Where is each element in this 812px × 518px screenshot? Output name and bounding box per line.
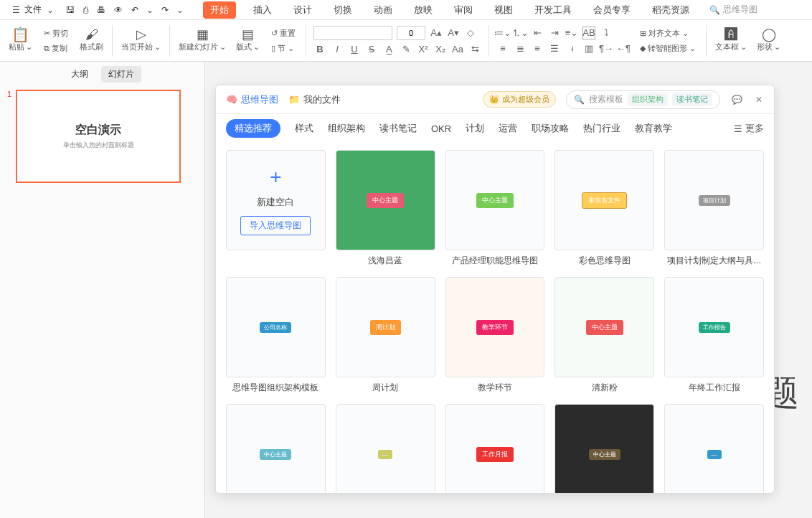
tab-mindmap[interactable]: 🧠 思维导图 [226,93,278,106]
cat-org[interactable]: 组织架构 [328,122,365,135]
indent-inc-icon[interactable]: ⇥ [548,27,561,39]
new-blank-thumb[interactable]: + 新建空白 导入思维导图 [226,150,326,250]
chevron-down-icon[interactable]: ⌄ [174,4,186,16]
reset-button[interactable]: ↺ 重置 [268,27,298,40]
tab-resources[interactable]: 稻壳资源 [648,1,694,19]
ltr-icon[interactable]: ¶→ [600,42,613,55]
tab-animation[interactable]: 动画 [369,1,397,19]
quick-tag-org[interactable]: 组织架构 [628,93,668,106]
text-direction-icon[interactable]: ⤵ [600,27,613,39]
top-search[interactable]: 🔍 思维导图 [709,4,757,16]
template-card[interactable]: 中心主题 浅海昌蓝 [336,150,435,267]
align-left-icon[interactable]: ≡ [496,42,509,55]
file-menu[interactable]: ☰ 文件 ⌄ [6,2,60,17]
font-size-select[interactable] [397,26,425,40]
view-slides-tab[interactable]: 幻灯片 [101,66,141,83]
template-card[interactable]: 中心主题 [226,404,326,493]
tab-vip[interactable]: 会员专享 [589,1,635,19]
template-card[interactable]: — [664,404,764,493]
import-mindmap-button[interactable]: 导入思维导图 [240,216,311,235]
chevron-down-icon[interactable]: ⌄ [144,4,156,16]
close-icon[interactable]: ✕ [754,93,764,106]
print-icon[interactable]: 🖶 [94,2,108,18]
numbering-icon[interactable]: ⒈⌄ [514,27,527,39]
cat-plan[interactable]: 计划 [466,122,484,135]
highlight-icon[interactable]: ✎ [400,43,412,56]
cat-ops[interactable]: 运营 [499,122,517,135]
textbox-group[interactable]: 🅰 文本框 ⌄ [711,22,751,60]
template-card[interactable]: 周计划 周计划 [336,277,435,394]
template-card[interactable]: — [336,404,435,493]
bullets-icon[interactable]: ≔⌄ [496,27,509,39]
tab-insert[interactable]: 插入 [249,1,276,19]
save-icon[interactable]: 🖫 [63,2,77,18]
strike-icon[interactable]: S̶ [365,43,378,56]
template-card[interactable]: 公司名称 思维导图组织架构模板 [226,277,326,394]
rtl-icon[interactable]: ←¶ [617,42,630,55]
italic-icon[interactable]: I [331,43,344,56]
increase-font-icon[interactable]: A▴ [430,27,443,39]
underline-icon[interactable]: U [348,43,361,56]
cat-edu[interactable]: 教育教学 [635,122,672,135]
copy-button[interactable]: ⧉ 复制 [41,42,71,55]
template-card[interactable]: 中心主题 清新粉 [554,277,654,394]
cat-industry[interactable]: 热门行业 [583,122,620,135]
tab-transition[interactable]: 切换 [329,1,357,19]
tab-myfiles[interactable]: 📁 我的文件 [288,93,341,106]
cut-button[interactable]: ✂ 剪切 [41,27,71,40]
preview-icon[interactable]: 👁 [111,2,126,18]
decrease-font-icon[interactable]: A▾ [447,27,460,39]
indent-dec-icon[interactable]: ⇤ [531,27,544,39]
columns-icon[interactable]: ▥ [582,42,595,55]
template-card[interactable]: 工作报告 年终工作汇报 [664,277,764,394]
tab-design[interactable]: 设计 [289,1,316,19]
template-card[interactable]: 项目计划 项目计划制定大纲与具… [664,150,764,267]
more-categories[interactable]: ☰ 更多 [734,122,764,135]
font-family-select[interactable] [313,26,392,40]
shape-group[interactable]: ◯ 形状 ⌄ [752,22,785,60]
undo-icon[interactable]: ↶ [128,2,141,18]
from-current-group[interactable]: ▷ 当页开始 ⌄ [117,22,165,60]
template-card[interactable]: 束你名文件 彩色思维导图 [554,150,654,267]
bold-icon[interactable]: B [313,43,326,56]
cat-featured[interactable]: 精选推荐 [226,119,280,138]
redo-icon[interactable]: ↷ [159,2,171,18]
tab-view[interactable]: 视图 [490,1,517,19]
quick-tag-notes[interactable]: 读书笔记 [672,93,712,106]
subscript-icon[interactable]: X₂ [434,43,447,56]
layout-group[interactable]: ▤ 版式 ⌄ [232,22,264,60]
align-right-icon[interactable]: ≡ [531,42,544,55]
change-case-icon[interactable]: Aa [451,43,464,56]
section-button[interactable]: ▯ 节 ⌄ [268,42,298,55]
text-highlight-icon[interactable]: AB [582,27,595,39]
tab-review[interactable]: 审阅 [450,1,477,19]
align-center-icon[interactable]: ≣ [514,42,527,55]
template-card[interactable]: 中心主题 产品经理职能思维导图 [445,150,545,267]
cat-okr[interactable]: OKR [431,123,451,134]
template-card[interactable]: 工作月报 [445,404,545,493]
font-color-icon[interactable]: A̲ [382,43,395,56]
smart-graphic-button[interactable]: ◆ 转智能图形 ⌄ [637,42,699,55]
justify-icon[interactable]: ☰ [548,42,561,55]
template-search[interactable]: 🔍 搜索模板 组织架构 读书笔记 [566,90,720,109]
view-outline-tab[interactable]: 大纲 [64,66,95,83]
cat-notes[interactable]: 读书笔记 [379,122,417,135]
chat-icon[interactable]: 💬 [730,93,744,106]
superscript-icon[interactable]: X² [417,43,430,56]
new-slide-group[interactable]: ▦ 新建幻灯片 ⌄ [174,22,230,60]
tab-slideshow[interactable]: 放映 [410,1,437,19]
slide-thumbnail[interactable]: 空白演示 单击输入您的封面副标题 [16,90,181,183]
save-as-icon[interactable]: ⎙ [80,2,91,18]
paste-group[interactable]: 📋 粘贴 ⌄ [4,22,37,60]
align-text-button[interactable]: ⊞ 对齐文本 ⌄ [637,27,699,40]
cat-style[interactable]: 样式 [295,122,313,135]
line-spacing-icon[interactable]: ≡⌄ [565,27,578,39]
distribute-icon[interactable]: ⫞ [565,42,578,55]
template-card[interactable]: 中心主题 [554,404,654,493]
clear-format-icon[interactable]: ◇ [464,27,477,39]
spacing-icon[interactable]: ⇆ [468,43,481,56]
vip-badge[interactable]: 👑 成为超级会员 [483,91,556,108]
format-painter-group[interactable]: 🖌 格式刷 [75,22,108,60]
tab-devtools[interactable]: 开发工具 [530,1,576,19]
cat-career[interactable]: 职场攻略 [532,122,569,135]
